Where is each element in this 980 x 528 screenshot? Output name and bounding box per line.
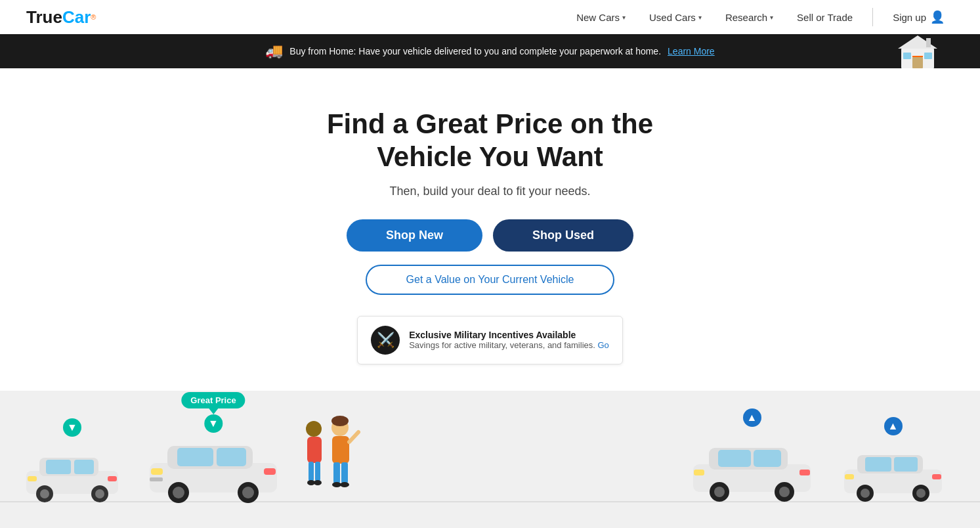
nav-sell-or-trade[interactable]: Sell or Trade xyxy=(788,8,862,27)
svg-point-22 xyxy=(173,487,184,498)
svg-point-14 xyxy=(95,489,104,498)
svg-point-40 xyxy=(340,482,349,487)
nav-links: New Cars ▾ Used Cars ▾ Research ▾ Sell o… xyxy=(567,6,954,28)
military-go-link[interactable]: Go xyxy=(597,340,608,350)
svg-rect-50 xyxy=(694,470,704,475)
price-dot-up-1: ▲ xyxy=(743,408,761,427)
svg-rect-5 xyxy=(912,56,923,57)
truck-icon: 🚚 xyxy=(265,43,283,60)
svg-point-47 xyxy=(714,487,725,497)
svg-rect-20 xyxy=(217,448,246,466)
svg-rect-15 xyxy=(28,476,37,481)
nav-research[interactable]: Research ▾ xyxy=(716,8,782,27)
svg-marker-1 xyxy=(898,35,937,49)
svg-point-57 xyxy=(861,489,870,498)
great-price-tag: Great Price xyxy=(181,392,245,408)
svg-point-35 xyxy=(331,416,349,426)
svg-rect-31 xyxy=(315,462,320,481)
military-subtitle: Savings for active military, veterans, a… xyxy=(409,340,609,350)
hero-subtitle: Then, build your deal to fit your needs. xyxy=(13,185,967,198)
svg-rect-6 xyxy=(926,38,931,47)
svg-rect-10 xyxy=(74,460,94,474)
svg-rect-51 xyxy=(799,470,810,475)
car-svg-2 xyxy=(144,438,282,504)
svg-rect-16 xyxy=(108,476,117,481)
nav-signup[interactable]: Sign up 👤 xyxy=(884,6,954,28)
shop-used-button[interactable]: Shop Used xyxy=(493,219,633,252)
price-dot-down-2: ▼ xyxy=(204,414,223,433)
svg-rect-60 xyxy=(845,474,854,479)
svg-rect-29 xyxy=(307,437,322,463)
car-group-2: Great Price ▼ xyxy=(144,438,282,504)
nav-new-cars[interactable]: New Cars ▾ xyxy=(567,8,635,27)
banner-house-illustration xyxy=(895,34,941,68)
hero-section: Find a Great Price on the Vehicle You Wa… xyxy=(0,68,980,391)
svg-point-24 xyxy=(242,487,254,498)
svg-rect-37 xyxy=(333,462,340,483)
car-svg-3 xyxy=(688,441,816,504)
price-dot-down-1: ▼ xyxy=(63,418,81,437)
svg-rect-38 xyxy=(341,462,348,483)
hero-title: Find a Great Price on the Vehicle You Wa… xyxy=(293,108,687,174)
svg-rect-19 xyxy=(177,448,213,466)
svg-point-49 xyxy=(779,487,790,497)
banner-learn-more-link[interactable]: Learn More xyxy=(668,46,715,56)
svg-rect-54 xyxy=(865,457,891,472)
chevron-down-icon: ▾ xyxy=(622,14,626,21)
car-svg-4 xyxy=(839,450,947,504)
chevron-down-icon: ▾ xyxy=(770,14,773,21)
svg-rect-4 xyxy=(924,53,932,59)
svg-rect-27 xyxy=(150,477,163,481)
nav-divider xyxy=(872,8,873,26)
car-group-3: ▲ xyxy=(688,441,816,504)
price-tag-arrow xyxy=(209,408,218,414)
price-dot-up-2: ▲ xyxy=(884,417,903,435)
nav-used-cars[interactable]: Used Cars ▾ xyxy=(640,8,711,27)
car-svg-1 xyxy=(20,451,125,504)
svg-point-59 xyxy=(916,489,926,498)
people-group xyxy=(295,416,361,504)
logo-tm: ® xyxy=(91,13,96,21)
logo-car: Car xyxy=(62,7,91,28)
svg-point-33 xyxy=(314,480,322,485)
svg-rect-55 xyxy=(894,457,918,472)
svg-rect-25 xyxy=(151,468,163,475)
military-text: Exclusive Military Incentives Available … xyxy=(409,330,609,350)
svg-rect-30 xyxy=(309,462,314,481)
svg-rect-45 xyxy=(754,450,781,467)
shop-new-button[interactable]: Shop New xyxy=(347,219,482,252)
person-icon: 👤 xyxy=(930,10,945,24)
hero-buttons: Shop New Shop Used xyxy=(13,219,967,252)
svg-rect-3 xyxy=(903,53,911,59)
logo-true: True xyxy=(26,7,62,28)
military-icon-wrap: ⚔️ xyxy=(371,326,400,355)
svg-rect-36 xyxy=(332,436,349,464)
svg-point-39 xyxy=(332,482,341,487)
cars-illustration-area: ▼ xyxy=(0,391,980,528)
chevron-down-icon: ▾ xyxy=(698,14,702,21)
svg-rect-26 xyxy=(264,468,276,475)
svg-rect-44 xyxy=(718,450,751,467)
military-incentives-box: ⚔️ Exclusive Military Incentives Availab… xyxy=(357,316,623,364)
svg-rect-2 xyxy=(912,57,923,68)
svg-line-41 xyxy=(349,432,358,442)
banner-truck-icon-group: 🚚 xyxy=(265,43,283,60)
logo[interactable]: TrueCar® xyxy=(26,7,96,28)
military-icon: ⚔️ xyxy=(377,332,394,349)
banner-text: Buy from Home: Have your vehicle deliver… xyxy=(289,46,661,56)
svg-point-28 xyxy=(306,421,322,437)
car-group-1: ▼ xyxy=(20,451,125,504)
promo-banner: 🚚 Buy from Home: Have your vehicle deliv… xyxy=(0,34,980,68)
svg-rect-61 xyxy=(932,474,941,479)
svg-rect-9 xyxy=(46,460,71,474)
navbar: TrueCar® New Cars ▾ Used Cars ▾ Research… xyxy=(0,0,980,34)
military-title: Exclusive Military Incentives Available xyxy=(409,330,609,340)
get-value-button[interactable]: Get a Value on Your Current Vehicle xyxy=(366,265,615,295)
people-svg xyxy=(295,416,361,501)
car-group-4: ▲ xyxy=(839,450,947,504)
svg-point-12 xyxy=(40,489,49,498)
